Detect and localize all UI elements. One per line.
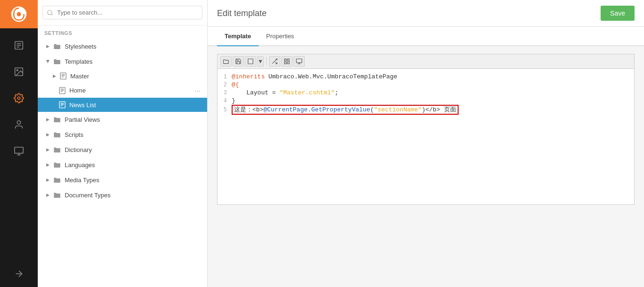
line-number-2: 2 [217,82,232,88]
tree-item-label-partialviews: Partial Views [65,116,201,123]
toolbar-btn-2[interactable] [281,56,293,67]
code-line-3: 3 Layout = "Master.cshtml"; [217,89,634,97]
tree-item-mediatypes[interactable]: Media Types [38,172,207,187]
svg-rect-29 [284,59,286,61]
toolbar-dropdown: ▼ [245,56,264,67]
sidebar-tree: Stylesheets Templates Master [38,39,207,287]
tree-item-scripts[interactable]: Scripts [38,127,207,142]
tree-arrow-scripts [44,131,51,138]
line-content-4: } [232,97,634,104]
search-input[interactable] [42,6,202,19]
line-content-2: @{ [232,81,634,88]
sidebar-item-settings[interactable] [0,85,38,111]
editor-area: ▼ [208,46,644,287]
svg-rect-32 [284,62,286,64]
svg-rect-26 [248,59,253,64]
svg-rect-33 [296,59,302,63]
folder-icon-partialviews [53,115,61,124]
tree-arrow-stylesheets [44,43,51,50]
toolbar-separator-1 [266,57,267,66]
svg-point-8 [17,97,20,100]
svg-rect-31 [287,62,289,64]
main-header: Edit template Save [208,0,644,27]
svg-point-7 [17,69,18,71]
code-line-5: 5 这是：<b>@CurrentPage.GetPropertyValue("s… [217,105,634,114]
tree-item-dictionary[interactable]: Dictionary [38,142,207,157]
main-content: Edit template Save Template Properties [208,0,644,287]
folder-icon-scripts [53,130,61,139]
tree-arrow-languages [44,161,51,168]
tab-template[interactable]: Template [217,27,259,46]
tree-arrow-dictionary [44,146,51,153]
tree-item-newslist[interactable]: News List [38,98,207,112]
tree-arrow-master [51,73,58,79]
tree-item-label-home: Home [69,87,194,94]
tab-properties[interactable]: Properties [259,27,301,46]
line-number-5: 5 [217,107,232,113]
svg-point-9 [17,121,20,124]
logo[interactable] [0,0,38,28]
tree-item-actions-home[interactable]: ··· [194,86,201,94]
code-line-2: 2 @{ [217,81,634,89]
tree-item-label: Stylesheets [65,43,201,50]
tree-item-label-newslist: News List [69,101,201,109]
code-highlighted-line: 这是：<b>@CurrentPage.GetPropertyValue("sec… [232,105,459,115]
toolbar-open-file[interactable] [220,56,232,67]
tree-arrow-templates [44,58,51,65]
page-icon-master [59,72,67,80]
tree-item-label-scripts: Scripts [65,131,201,138]
svg-rect-10 [15,147,23,153]
line-number-4: 4 [217,98,232,104]
folder-icon-templates [53,57,61,66]
editor-toolbar: ▼ [217,54,634,69]
tree-item-languages[interactable]: Languages [38,157,207,172]
folder-icon-mediatypes [53,176,61,184]
svg-point-1 [17,12,21,17]
sidebar-search-area [38,0,207,25]
tree-arrow-mediatypes [44,177,51,183]
sidebar: SETTINGS Stylesheets Templates [38,0,208,287]
toolbar-dropdown-main[interactable] [245,56,256,67]
settings-label: SETTINGS [38,25,207,39]
toolbar-dropdown-arrow[interactable]: ▼ [257,56,264,67]
page-icon-home [59,87,66,94]
folder-icon-languages [53,160,61,169]
tree-item-label-master: Master [70,73,201,80]
tree-arrow-documenttypes [44,192,51,198]
tree-item-partialviews[interactable]: Partial Views [38,112,207,127]
folder-icon [53,42,61,51]
toolbar-btn-3[interactable] [293,56,305,67]
page-title: Edit template [217,8,267,18]
page-icon-newslist [59,101,66,109]
tree-item-templates[interactable]: Templates [38,54,207,69]
folder-icon-documenttypes [53,191,61,199]
sidebar-item-deploy[interactable] [0,261,38,287]
sidebar-item-content[interactable] [0,32,38,59]
sidebar-item-media[interactable] [0,59,38,85]
tree-item-home[interactable]: Home ··· [38,83,207,98]
line-content-5: 这是：<b>@CurrentPage.GetPropertyValue("sec… [232,105,634,114]
editor-wrapper: ▼ [217,54,635,205]
code-area[interactable]: 1 @inherits Umbraco.Web.Mvc.UmbracoTempl… [217,69,634,163]
save-button[interactable]: Save [601,6,635,21]
tree-item-label-templates: Templates [65,58,201,65]
svg-rect-30 [287,59,289,61]
tree-item-label-documenttypes: Document Types [65,192,201,199]
icon-bar [0,0,38,287]
line-content-1: @inherits Umbraco.Web.Mvc.UmbracoTemplat… [232,73,634,80]
tree-item-documenttypes[interactable]: Document Types [38,187,207,203]
code-line-1: 1 @inherits Umbraco.Web.Mvc.UmbracoTempl… [217,73,634,81]
line-number-3: 3 [217,90,232,96]
folder-icon-dictionary [53,145,61,154]
toolbar-save[interactable] [233,56,244,67]
tree-item-stylesheets[interactable]: Stylesheets [38,39,207,54]
sidebar-item-members[interactable] [0,138,38,164]
tree-item-master[interactable]: Master [38,69,207,83]
tabs-bar: Template Properties [208,27,644,46]
code-line-4: 4 } [217,97,634,105]
toolbar-insert-snippet[interactable] [269,56,280,67]
sidebar-item-users[interactable] [0,111,38,138]
tree-item-label-dictionary: Dictionary [65,146,201,153]
line-number-1: 1 [217,74,232,80]
tree-item-label-mediatypes: Media Types [65,177,201,184]
